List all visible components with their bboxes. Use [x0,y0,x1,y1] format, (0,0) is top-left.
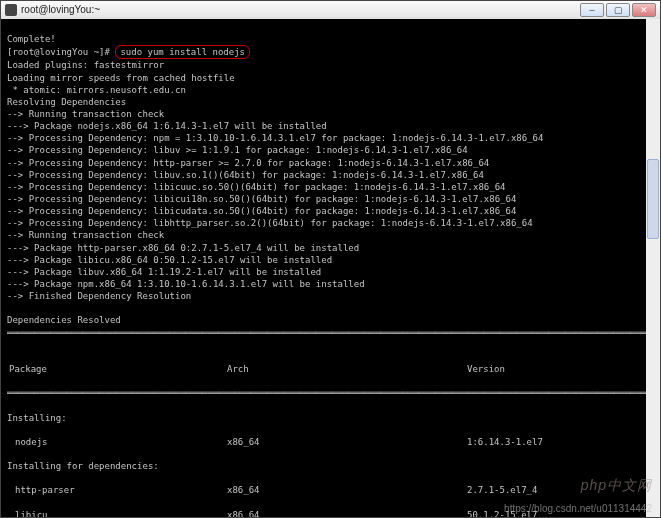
window-close-button[interactable]: ✕ [632,3,656,17]
out-line: ---> Package libuv.x86_64 1:1.19.2-1.el7… [7,267,321,277]
hdr-arch: Arch [227,363,467,375]
out-line: ---> Package nodejs.x86_64 1:6.14.3-1.el… [7,121,327,131]
scrollbar-thumb[interactable] [647,159,659,239]
out-complete: Complete! [7,34,56,44]
out-line: --> Processing Dependency: libicuuc.so.5… [7,182,506,192]
cell-pkg: nodejs [7,436,227,448]
out-line: --> Processing Dependency: libuv >= 1:1.… [7,145,468,155]
out-line: --> Processing Dependency: npm = 1:3.10.… [7,133,543,143]
out-line: Resolving Dependencies [7,97,126,107]
hr: ════════════════════════════════════════… [7,387,654,399]
out-line: ---> Package libicu.x86_64 0:50.1.2-15.e… [7,255,332,265]
window-system-icon [5,4,17,16]
table-header-row: PackageArchVersion [7,363,654,375]
blog-url: https://blog.csdn.net/u011314442 [504,502,652,516]
package-table: PackageArchVersion ═════════════════════… [7,351,654,518]
out-line: Loaded plugins: fastestmirror [7,60,164,70]
out-line: --> Running transaction check [7,230,164,240]
out-line: Loading mirror speeds from cached hostfi… [7,73,235,83]
out-line: --> Finished Dependency Resolution [7,291,191,301]
hdr-package: Package [7,363,227,375]
cell-arch: x86_64 [227,436,467,448]
out-line: --> Processing Dependency: libuv.so.1()(… [7,170,484,180]
shell-prompt: [root@lovingYou ~]# [7,47,115,57]
cell-pkg: libicu [7,509,227,518]
entered-command: sudo yum install nodejs [115,45,250,59]
cell-pkg: http-parser [7,484,227,496]
out-line: --> Processing Dependency: libicui18n.so… [7,194,516,204]
table-row: nodejsx86_641:6.14.3-1.el7 [7,436,654,448]
terminal-output[interactable]: Complete! [root@lovingYou ~]# sudo yum i… [1,19,660,518]
cell-ver: 1:6.14.3-1.el7 [467,436,627,448]
window-titlebar: root@lovingYou:~ – ▢ ✕ [1,1,660,19]
window-minimize-button[interactable]: – [580,3,604,17]
window-title: root@lovingYou:~ [21,3,578,17]
cell-arch: x86_64 [227,484,467,496]
out-line: ---> Package http-parser.x86_64 0:2.7.1-… [7,243,359,253]
out-line: --> Processing Dependency: libhttp_parse… [7,218,533,228]
out-line: * atomic: mirrors.neusoft.edu.cn [7,85,186,95]
scrollbar[interactable] [646,19,660,517]
watermark: php中文网 [581,476,652,495]
out-line: --> Running transaction check [7,109,164,119]
window-maximize-button[interactable]: ▢ [606,3,630,17]
hr: ════════════════════════════════════════… [7,327,654,339]
section-installing-deps: Installing for dependencies: [7,460,654,472]
section-installing: Installing: [7,412,654,424]
out-line: --> Processing Dependency: http-parser >… [7,158,489,168]
table-row: http-parserx86_642.7.1-5.el7_4 [7,484,654,496]
hdr-version: Version [467,363,627,375]
dep-resolved-header: Dependencies Resolved [7,315,121,325]
out-line: ---> Package npm.x86_64 1:3.10.10-1.6.14… [7,279,365,289]
cell-arch: x86_64 [227,509,467,518]
out-line: --> Processing Dependency: libicudata.so… [7,206,516,216]
